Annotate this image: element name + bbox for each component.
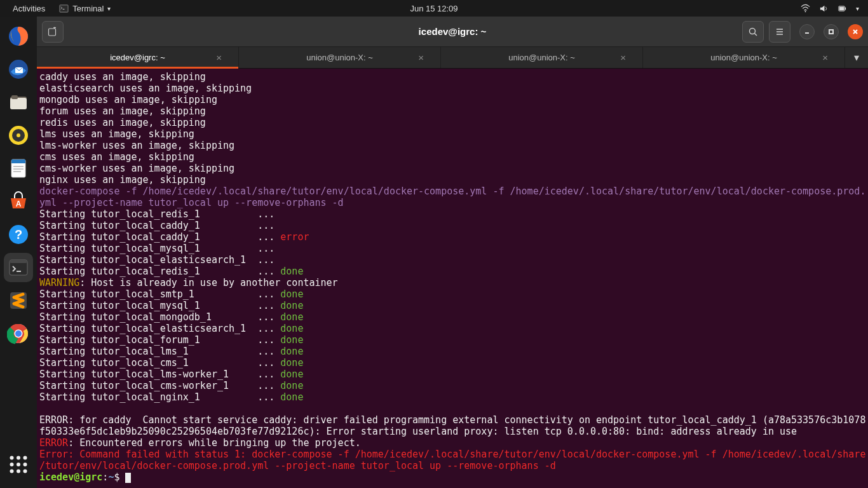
svg-text:?: ? — [15, 227, 22, 241]
clock[interactable]: Jun 15 12:09 — [410, 4, 458, 13]
minimize-icon — [804, 29, 810, 35]
terminal-tab-2[interactable]: union@union-X: ~× — [441, 47, 643, 68]
terminal-window: icedev@igrc: ~ icedev@igrc: ~×union@unio… — [37, 17, 868, 488]
system-status-area[interactable]: ▾ — [801, 4, 868, 13]
hamburger-menu-button[interactable] — [769, 21, 790, 43]
grid-icon — [7, 453, 30, 476]
tabs-dropdown-button[interactable]: ▾ — [845, 47, 868, 68]
terminal-tabs: icedev@igrc: ~×union@union-X: ~×union@un… — [37, 47, 868, 69]
terminal-icon — [59, 4, 69, 13]
terminal-tab-3[interactable]: union@union-X: ~× — [643, 47, 845, 68]
dock-app-writer[interactable] — [4, 154, 33, 183]
tab-close-icon[interactable]: × — [216, 52, 222, 63]
app-menu[interactable]: Terminal ▾ — [55, 1, 114, 16]
battery-icon — [837, 4, 847, 13]
tab-label: union@union-X: ~ — [710, 53, 777, 62]
svg-rect-49 — [829, 30, 833, 34]
svg-point-32 — [17, 456, 20, 460]
dock-app-software[interactable]: A — [4, 187, 33, 216]
svg-rect-40 — [49, 29, 56, 36]
hamburger-icon — [775, 27, 785, 37]
wifi-icon — [801, 4, 810, 13]
chevron-down-icon: ▾ — [107, 5, 111, 12]
gnome-topbar: Activities Terminal ▾ Jun 15 12:09 ▾ — [0, 0, 868, 17]
tab-close-icon[interactable]: × — [822, 52, 828, 63]
dock-app-sublime[interactable] — [4, 286, 33, 315]
volume-icon — [819, 4, 829, 13]
dock-app-chrome[interactable] — [4, 319, 33, 348]
tab-close-icon[interactable]: × — [620, 52, 626, 63]
svg-point-2 — [805, 11, 806, 12]
dock-app-firefox[interactable] — [4, 22, 33, 51]
tab-close-icon[interactable]: × — [418, 52, 424, 63]
tab-label: union@union-X: ~ — [306, 53, 373, 62]
dock-app-terminal[interactable] — [4, 253, 33, 282]
svg-point-37 — [10, 470, 14, 473]
chevron-down-icon: ▾ — [856, 5, 859, 12]
dock: A ? — [0, 17, 37, 488]
titlebar: icedev@igrc: ~ — [37, 17, 868, 47]
new-tab-icon — [48, 27, 58, 37]
svg-point-30 — [15, 330, 22, 337]
dock-app-files[interactable] — [4, 88, 33, 117]
close-icon — [852, 29, 858, 35]
svg-rect-0 — [60, 4, 68, 11]
show-applications-button[interactable] — [4, 450, 33, 479]
svg-point-36 — [24, 463, 27, 466]
svg-point-39 — [24, 470, 27, 473]
dock-app-help[interactable]: ? — [4, 220, 33, 249]
svg-point-35 — [17, 463, 20, 466]
svg-rect-11 — [11, 95, 18, 99]
svg-point-34 — [10, 463, 14, 466]
terminal-content[interactable]: caddy uses an image, skipping elasticsea… — [37, 69, 868, 488]
terminal-tab-1[interactable]: union@union-X: ~× — [239, 47, 441, 68]
svg-point-38 — [17, 470, 20, 473]
terminal-tab-0[interactable]: icedev@igrc: ~× — [37, 47, 239, 68]
svg-point-33 — [24, 456, 27, 460]
window-title: icedev@igrc: ~ — [419, 26, 487, 37]
svg-point-43 — [750, 28, 756, 34]
new-tab-button[interactable] — [42, 21, 64, 43]
svg-point-31 — [10, 456, 14, 460]
svg-point-14 — [17, 133, 20, 137]
svg-rect-10 — [10, 98, 27, 109]
search-icon — [748, 27, 758, 37]
tab-label: union@union-X: ~ — [508, 53, 575, 62]
svg-text:A: A — [16, 200, 22, 208]
svg-rect-5 — [839, 6, 844, 10]
close-button[interactable] — [848, 24, 863, 39]
tab-label: icedev@igrc: ~ — [110, 53, 165, 62]
app-menu-label: Terminal — [72, 4, 104, 13]
maximize-button[interactable] — [824, 24, 839, 39]
svg-rect-16 — [11, 159, 25, 163]
minimize-button[interactable] — [799, 24, 815, 39]
maximize-icon — [828, 29, 834, 35]
svg-line-44 — [755, 33, 757, 36]
dock-app-rhythmbox[interactable] — [4, 121, 33, 150]
svg-rect-24 — [10, 260, 27, 263]
svg-rect-4 — [845, 7, 846, 10]
dock-app-thunderbird[interactable] — [4, 55, 33, 84]
search-button[interactable] — [742, 21, 764, 43]
activities-button[interactable]: Activities — [9, 1, 49, 16]
